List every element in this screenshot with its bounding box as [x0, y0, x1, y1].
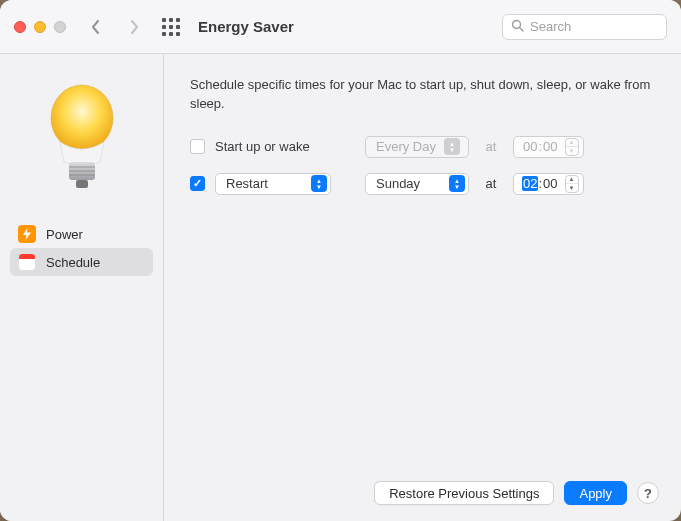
main-pane: Schedule specific times for your Mac to …	[164, 54, 681, 521]
forward-button[interactable]	[124, 17, 144, 37]
apply-button[interactable]: Apply	[564, 481, 627, 505]
power-icon	[18, 225, 36, 243]
svg-line-1	[520, 27, 524, 31]
page-title: Energy Saver	[198, 18, 294, 35]
chevron-updown-icon: ▲▼	[449, 175, 465, 192]
time-stepper[interactable]: ▲▼	[565, 175, 579, 193]
sidebar-item-label: Power	[46, 227, 83, 242]
minimize-icon[interactable]	[34, 21, 46, 33]
search-field[interactable]	[502, 14, 667, 40]
energy-saver-icon	[37, 72, 127, 202]
help-button[interactable]: ?	[637, 482, 659, 504]
action-time-field[interactable]: 02:00 ▲▼	[513, 173, 584, 195]
action-checkbox[interactable]	[190, 176, 205, 191]
footer: Restore Previous Settings Apply ?	[374, 481, 659, 505]
at-label: at	[479, 176, 503, 191]
back-button[interactable]	[86, 17, 106, 37]
search-input[interactable]	[530, 19, 658, 34]
nav-buttons	[86, 17, 144, 37]
svg-point-2	[51, 85, 113, 151]
sidebar-item-schedule[interactable]: Schedule	[10, 248, 153, 276]
action-frequency-select[interactable]: Sunday ▲▼	[365, 173, 469, 195]
schedule-icon	[18, 253, 36, 271]
startup-checkbox[interactable]	[190, 139, 205, 154]
search-icon	[511, 19, 524, 35]
startup-frequency-select: Every Day ▲▼	[365, 136, 469, 158]
close-icon[interactable]	[14, 21, 26, 33]
chevron-updown-icon: ▲▼	[444, 138, 460, 155]
svg-rect-7	[76, 180, 88, 188]
prefs-window: Energy Saver	[0, 0, 681, 521]
startup-label: Start up or wake	[215, 139, 335, 154]
startup-time-field: 00:00 ▲▼	[513, 136, 584, 158]
time-stepper: ▲▼	[565, 138, 579, 156]
sidebar-item-power[interactable]: Power	[10, 220, 153, 248]
show-all-icon[interactable]	[162, 18, 180, 36]
sidebar-item-label: Schedule	[46, 255, 100, 270]
description-text: Schedule specific times for your Mac to …	[190, 76, 655, 114]
startup-row: Start up or wake Every Day ▲▼ at 00:00 ▲…	[190, 136, 655, 158]
action-row: Restart ▲▼ Sunday ▲▼ at 02:00 ▲▼	[190, 173, 655, 195]
sidebar: Power Schedule	[0, 54, 164, 521]
chevron-updown-icon: ▲▼	[311, 175, 327, 192]
restore-button[interactable]: Restore Previous Settings	[374, 481, 554, 505]
at-label: at	[479, 139, 503, 154]
zoom-icon	[54, 21, 66, 33]
action-select[interactable]: Restart ▲▼	[215, 173, 331, 195]
window-controls	[14, 21, 66, 33]
titlebar: Energy Saver	[0, 0, 681, 54]
